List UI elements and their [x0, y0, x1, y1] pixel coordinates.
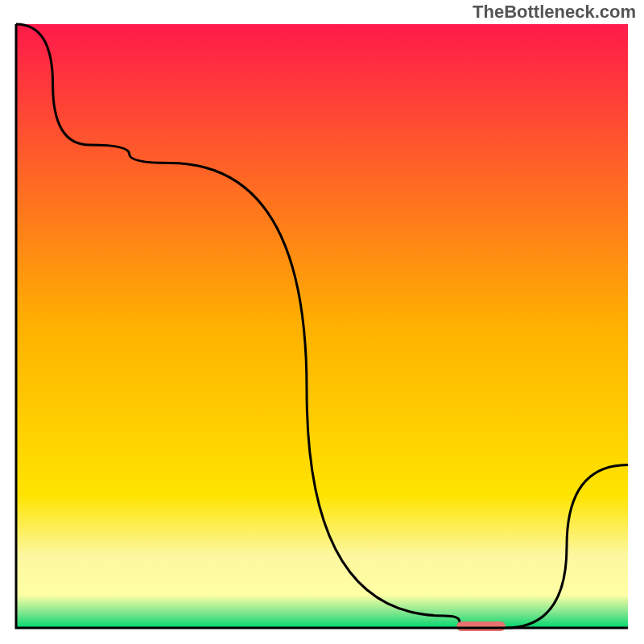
- watermark-text: TheBottleneck.com: [473, 2, 636, 23]
- optimal-marker: [456, 621, 506, 631]
- chart-container: TheBottleneck.com: [0, 0, 644, 644]
- bottleneck-chart: [0, 0, 644, 644]
- plot-background: [16, 24, 628, 628]
